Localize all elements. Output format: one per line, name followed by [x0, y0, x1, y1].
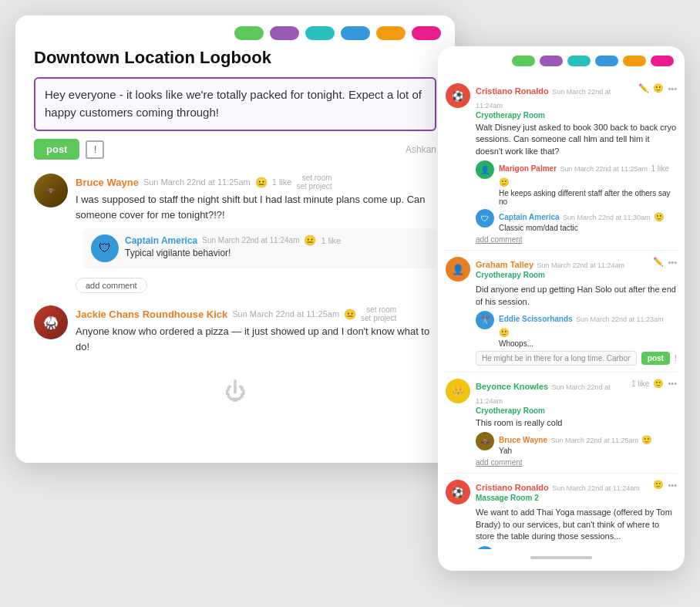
avatar-jackie: 🥋 [34, 305, 68, 339]
mobile-author-beyonce[interactable]: Beyonce Knowles [476, 382, 548, 391]
power-icon[interactable]: ⏻ [34, 379, 436, 404]
edit-icon[interactable]: ✏️ [638, 83, 649, 93]
mobile-icons-beyonce: 1 like 🙂 ••• [631, 379, 677, 389]
dots-icon-beyonce[interactable]: ••• [668, 379, 677, 388]
mobile-post-btn-graham[interactable]: post [641, 352, 670, 365]
emoji-icon-jackie[interactable]: 😐 [344, 309, 356, 320]
mobile-dot-blue [595, 56, 618, 66]
window-content: Downtown Location Logbook Hey everyone -… [15, 48, 455, 416]
mobile-reply-author-cap1[interactable]: Captain America [499, 213, 560, 221]
reply-author-cap[interactable]: Captain America [125, 235, 197, 246]
emoji-icon-cap[interactable]: 😐 [304, 234, 316, 246]
compose-author: Ashkan [406, 144, 436, 155]
mobile-reply-avatar-bruce: 🦇 [476, 432, 494, 450]
post-text-bruce: I was supposed to staff the night shift … [76, 192, 436, 222]
dots-icon[interactable]: ••• [668, 84, 677, 93]
mobile-post-text-cristiano2: We want to add Thai Yoga massage (offere… [476, 507, 677, 542]
mobile-icons-graham: ✏️ ••• [653, 257, 677, 267]
mobile-dot-purple [540, 56, 563, 66]
home-bar [438, 549, 685, 571]
post-author-jackie[interactable]: Jackie Chans Roundhouse Kick [76, 309, 227, 320]
mobile-compose-input-graham[interactable] [476, 351, 637, 366]
set-room-jackie[interactable]: set roomset project [361, 305, 396, 322]
mobile-reply-text-marigon: He keeps asking different staff after th… [499, 189, 677, 206]
mobile-dot-teal [567, 56, 591, 66]
dot-purple [270, 26, 299, 40]
mobile-reply-author-marigon[interactable]: Marigon Palmer [499, 164, 557, 173]
mobile-reply-bruce: 🦇 Bruce Wayne Sun March 22nd at 11:25am … [476, 432, 677, 455]
mobile-add-comment-cristiano1[interactable]: add comment [476, 235, 677, 244]
dot-green [234, 26, 264, 40]
mobile-reply-time-marigon: Sun March 22nd at 11:25am [560, 165, 648, 173]
mobile-avatar-graham: 👤 [446, 257, 470, 282]
mobile-post-header-cristiano2: ⚽ Cristiano Ronaldo Sun March 22nd at 11… [446, 480, 677, 504]
mobile-reply-time-cap1: Sun March 22nd at 11:30am [563, 214, 651, 221]
post-author-bruce[interactable]: Bruce Wayne [76, 177, 139, 188]
mobile-post-meta-beyonce: Beyonce Knowles Sun March 22nd at 11:24a… [476, 379, 626, 415]
smiley-icon-marigon[interactable]: 🙂 [499, 177, 510, 187]
mobile-post-header-beyonce: 👑 Beyonce Knowles Sun March 22nd at 11:2… [446, 379, 677, 415]
post-feed: 🦇 Bruce Wayne Sun March 22nd at 11:25am … [34, 174, 436, 373]
mobile-room-cristiano1: Cryotherapy Room [476, 111, 633, 120]
emoji-icon-bruce[interactable]: 😐 [255, 177, 268, 188]
dot-orange [376, 26, 406, 40]
post-button[interactable]: post [34, 139, 79, 160]
mobile-reply-avatar-eddie: ✂️ [476, 311, 494, 329]
avatar-cap: 🛡 [91, 234, 119, 262]
mobile-reply-avatar-cap1: 🛡 [476, 209, 494, 228]
like-count-cap: 1 like [321, 236, 341, 245]
smiley-icon-beyonce[interactable]: 🙂 [653, 379, 664, 389]
smiley-icon-eddie[interactable]: 🙂 [499, 328, 510, 337]
mobile-reply-author-bruce[interactable]: Bruce Wayne [499, 436, 547, 444]
mobile-post-meta-cristiano2: Cristiano Ronaldo Sun March 22nd at 11:2… [476, 480, 648, 502]
mobile-post-text-cristiano1: Walt Disney just asked to book 300 back … [476, 122, 677, 157]
mobile-author-cristiano1[interactable]: Cristiano Ronaldo [476, 86, 549, 96]
smiley-icon-cristiano2[interactable]: 🙂 [653, 480, 664, 490]
compose-textarea[interactable]: Hey everyone - it looks like we're total… [34, 77, 436, 131]
mobile-post-header-graham: 👤 Graham Talley Sun March 22nd at 11:24a… [446, 257, 677, 282]
set-room-bruce[interactable]: set roomset project [296, 174, 331, 191]
mobile-reply-author-eddie[interactable]: Eddie Scissorhands [499, 315, 573, 323]
smiley-icon[interactable]: 🙂 [653, 83, 664, 93]
reply-text-cap: Typical vigilante behavior! [125, 248, 429, 258]
mobile-reply-body-cap1: Captain America Sun March 22nd at 11:30a… [499, 209, 677, 232]
mobile-window-dots [438, 46, 685, 73]
list-item: 👤 Graham Talley Sun March 22nd at 11:24a… [446, 251, 677, 373]
mobile-post-meta-graham: Graham Talley Sun March 22nd at 11:24am … [476, 257, 648, 279]
mobile-add-comment-beyonce[interactable]: add comment [476, 458, 677, 467]
mobile-author-graham[interactable]: Graham Talley [476, 260, 533, 269]
table-row: 🦇 Bruce Wayne Sun March 22nd at 11:25am … [34, 174, 436, 293]
mobile-reply-text-eddie: Whoops... [499, 339, 677, 348]
mobile-flag-icon-graham[interactable]: ! [675, 353, 677, 363]
dots-icon-cristiano2[interactable]: ••• [668, 481, 677, 490]
mobile-reply-cap1: 🛡 Captain America Sun March 22nd at 11:3… [476, 209, 677, 232]
mobile-like-beyonce: 1 like [631, 379, 649, 388]
mobile-dot-green [512, 56, 535, 66]
mobile-feed: ⚽ Cristiano Ronaldo Sun March 22nd at 11… [438, 73, 685, 549]
add-comment-button-bruce[interactable]: add comment [76, 278, 147, 293]
mobile-dot-orange [623, 56, 646, 66]
dots-icon-graham[interactable]: ••• [668, 258, 677, 267]
mobile-author-cristiano2[interactable]: Cristiano Ronaldo [476, 483, 549, 492]
smiley-icon-bruce[interactable]: 🙂 [641, 435, 652, 444]
smiley-icon-cap1[interactable]: 🙂 [654, 212, 665, 221]
flag-icon[interactable]: ! [86, 140, 104, 159]
mobile-post-meta-cristiano1: Cristiano Ronaldo Sun March 22nd at 11:2… [476, 83, 633, 120]
mobile-time-cristiano2: Sun March 22nd at 11:24am [552, 484, 640, 492]
mobile-reply-text-bruce: Yah [499, 447, 677, 455]
mobile-room-graham: Cryotherapy Room [476, 271, 648, 279]
compose-actions: post ! Ashkan [34, 139, 436, 160]
mobile-room-cristiano2: Massage Room 2 [476, 494, 648, 502]
list-item: 👑 Beyonce Knowles Sun March 22nd at 11:2… [446, 373, 677, 474]
mobile-post-text-beyonce: This room is really cold [476, 417, 677, 429]
mobile-reply-time-bruce: Sun March 22nd at 11:25am [550, 437, 638, 444]
edit-icon-graham[interactable]: ✏️ [653, 257, 664, 267]
avatar-bruce: 🦇 [34, 174, 68, 207]
post-header-jackie: Jackie Chans Roundhouse Kick Sun March 2… [76, 305, 436, 322]
window-dots [15, 15, 455, 48]
mobile-window: ⚽ Cristiano Ronaldo Sun March 22nd at 11… [438, 46, 685, 571]
mobile-dot-pink [651, 56, 674, 66]
mobile-reply-body-eddie: Eddie Scissorhands Sun March 22nd at 11:… [499, 311, 677, 348]
post-header-bruce: Bruce Wayne Sun March 22nd at 11:25am 😐 … [76, 174, 436, 191]
mobile-post-text-graham: Did anyone end up getting Han Solo out a… [476, 284, 677, 308]
